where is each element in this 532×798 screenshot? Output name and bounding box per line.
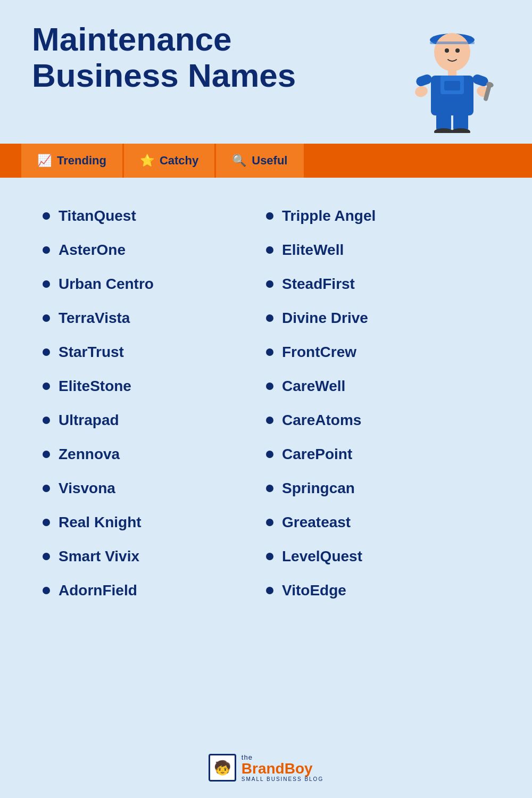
name-text: TerraVista xyxy=(59,310,130,327)
list-item: Divine Drive xyxy=(266,301,489,335)
bullet-icon xyxy=(266,348,273,356)
bullet-icon xyxy=(266,485,273,492)
tabs-bar: 📈 Trending ⭐ Catchy 🔍 Useful xyxy=(0,144,532,178)
bullet-icon xyxy=(43,348,50,356)
name-text: LevelQuest xyxy=(282,548,362,565)
bullet-icon xyxy=(43,383,50,390)
name-text: Ultrapad xyxy=(59,412,119,429)
svg-point-4 xyxy=(455,48,460,53)
list-item: VitoEdge xyxy=(266,573,489,608)
list-item: FrontCrew xyxy=(266,335,489,369)
tab-trending-label: Trending xyxy=(57,154,106,168)
list-item: AdornField xyxy=(43,573,266,608)
name-text: VitoEdge xyxy=(282,582,346,599)
bullet-icon xyxy=(266,383,273,390)
list-item: TerraVista xyxy=(43,301,266,335)
catchy-icon: ⭐ xyxy=(140,154,154,168)
title-block: Maintenance Business Names xyxy=(32,21,404,94)
list-item: CarePoint xyxy=(266,437,489,471)
name-text: Zennova xyxy=(59,446,120,463)
useful-icon: 🔍 xyxy=(232,154,246,168)
bullet-icon xyxy=(266,451,273,458)
bullet-icon xyxy=(266,553,273,560)
trending-icon: 📈 xyxy=(37,154,52,168)
name-text: Greateast xyxy=(282,514,351,531)
list-item: Visvona xyxy=(43,471,266,505)
name-text: EliteStone xyxy=(59,378,131,395)
svg-point-3 xyxy=(445,48,449,53)
tab-catchy[interactable]: ⭐ Catchy xyxy=(124,144,216,178)
svg-rect-5 xyxy=(448,69,456,77)
list-item: Smart Vivix xyxy=(43,539,266,573)
list-item: TitanQuest xyxy=(43,199,266,233)
list-item: SteadFirst xyxy=(266,267,489,301)
brandboy-logo: 🧒 the BrandBoy SMALL BUSINESS BLOG xyxy=(209,753,323,782)
list-item: Urban Centro xyxy=(43,267,266,301)
bullet-icon xyxy=(43,553,50,560)
bullet-icon xyxy=(266,212,273,220)
bullet-icon xyxy=(43,587,50,594)
name-text: Divine Drive xyxy=(282,310,368,327)
page-title: Maintenance Business Names xyxy=(32,21,404,94)
bullet-icon xyxy=(43,212,50,220)
list-item: Tripple Angel xyxy=(266,199,489,233)
name-text: Real Knight xyxy=(59,514,142,531)
tab-catchy-label: Catchy xyxy=(160,154,198,168)
list-item: Real Knight xyxy=(43,505,266,539)
names-section: TitanQuest AsterOne Urban Centro TerraVi… xyxy=(0,194,532,629)
mascot-figure xyxy=(404,16,500,133)
name-text: Tripple Angel xyxy=(282,207,376,225)
name-text: Springcan xyxy=(282,480,355,497)
name-text: FrontCrew xyxy=(282,344,356,361)
name-text: SteadFirst xyxy=(282,276,355,293)
list-item: AsterOne xyxy=(43,233,266,267)
header: Maintenance Business Names xyxy=(0,0,532,144)
bullet-icon xyxy=(266,417,273,424)
list-item: StarTrust xyxy=(43,335,266,369)
bullet-icon xyxy=(43,485,50,492)
name-text: CareWell xyxy=(282,378,345,395)
name-text: AsterOne xyxy=(59,242,126,259)
list-item: Zennova xyxy=(43,437,266,471)
svg-point-2 xyxy=(434,33,470,71)
logo-name: BrandBoy xyxy=(242,761,313,776)
list-item: Springcan xyxy=(266,471,489,505)
bullet-icon xyxy=(43,314,50,322)
name-text: Visvona xyxy=(59,480,115,497)
tab-trending[interactable]: 📈 Trending xyxy=(21,144,124,178)
list-item: CareWell xyxy=(266,369,489,403)
tab-useful-label: Useful xyxy=(252,154,287,168)
tab-accent-right xyxy=(305,144,533,178)
svg-rect-19 xyxy=(430,41,475,44)
list-item: Greateast xyxy=(266,505,489,539)
logo-icon: 🧒 xyxy=(209,754,236,782)
logo-tagline: SMALL BUSINESS BLOG xyxy=(242,776,323,782)
name-text: AdornField xyxy=(59,582,137,599)
list-item: EliteStone xyxy=(43,369,266,403)
name-text: StarTrust xyxy=(59,344,124,361)
bullet-icon xyxy=(266,587,273,594)
svg-rect-9 xyxy=(415,73,433,87)
bullet-icon xyxy=(266,519,273,526)
footer: 🧒 the BrandBoy SMALL BUSINESS BLOG xyxy=(209,743,323,798)
svg-point-11 xyxy=(413,84,429,98)
bullet-icon xyxy=(266,246,273,254)
bullet-icon xyxy=(43,417,50,424)
tab-accent-left xyxy=(0,144,21,178)
bullet-icon xyxy=(43,246,50,254)
bullet-icon xyxy=(266,314,273,322)
list-item: EliteWell xyxy=(266,233,489,267)
bullet-icon xyxy=(43,451,50,458)
names-column-right: Tripple Angel EliteWell SteadFirst Divin… xyxy=(266,199,489,608)
list-item: LevelQuest xyxy=(266,539,489,573)
bullet-icon xyxy=(43,519,50,526)
name-text: EliteWell xyxy=(282,242,344,259)
name-text: Smart Vivix xyxy=(59,548,139,565)
list-item: CareAtoms xyxy=(266,403,489,437)
name-text: Urban Centro xyxy=(59,276,154,293)
svg-rect-8 xyxy=(444,81,460,90)
logo-text-block: the BrandBoy SMALL BUSINESS BLOG xyxy=(242,753,323,782)
names-column-left: TitanQuest AsterOne Urban Centro TerraVi… xyxy=(43,199,266,608)
name-text: TitanQuest xyxy=(59,207,136,225)
tab-useful[interactable]: 🔍 Useful xyxy=(216,144,305,178)
